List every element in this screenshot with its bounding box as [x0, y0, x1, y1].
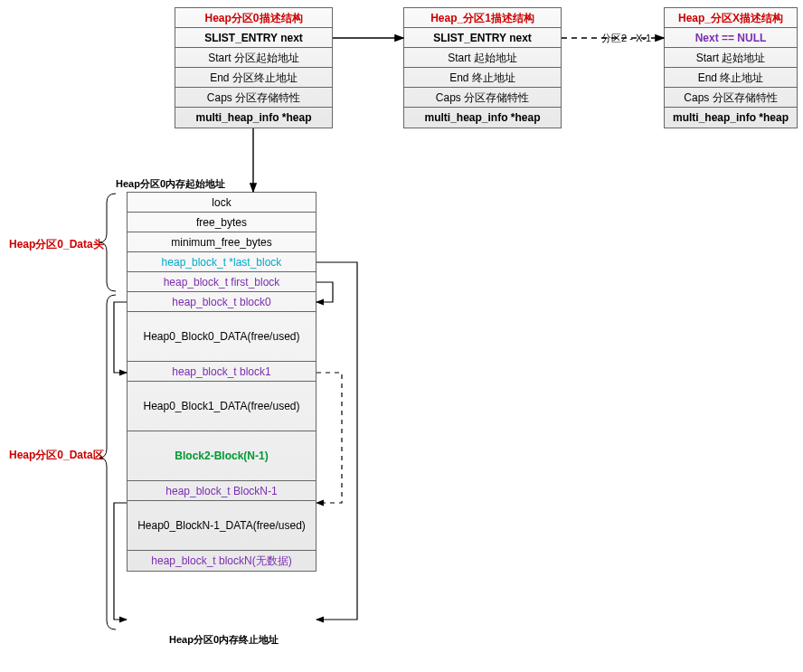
mem-blockn-1-data: Heap0_BlockN-1_DATA(free/used)	[128, 501, 316, 551]
heap1-descriptor: Heap_分区1描述结构 SLIST_ENTRY next Start 起始地址…	[403, 7, 562, 128]
heap0-descriptor: Heap分区0描述结构 SLIST_ENTRY next Start 分区起始地…	[175, 7, 333, 128]
mem-blockn-1: heap_block_t BlockN-1	[128, 481, 316, 501]
mem-block1-data: Heap0_Block1_DATA(free/used)	[128, 382, 316, 431]
heapx-row-next: Next == NULL	[665, 28, 797, 48]
heapx-row-caps: Caps 分区存储特性	[665, 88, 797, 108]
mem-block-range: Block2-Block(N-1)	[128, 431, 316, 481]
heap0-row-next: SLIST_ENTRY next	[175, 28, 332, 48]
mem-free-bytes: free_bytes	[128, 213, 316, 232]
heap0-row-caps: Caps 分区存储特性	[175, 88, 332, 108]
mem-block0: heap_block_t block0	[128, 292, 316, 312]
heapx-row-end: End 终止地址	[665, 68, 797, 88]
mem-block0-data: Heap0_Block0_DATA(free/used)	[128, 312, 316, 362]
heapx-title: Heap_分区X描述结构	[665, 8, 797, 28]
heapx-descriptor: Heap_分区X描述结构 Next == NULL Start 起始地址 End…	[664, 7, 798, 128]
data-head-label: Heap分区0_Data头	[9, 237, 104, 252]
mem-lock: lock	[128, 193, 316, 213]
mem-first-block: heap_block_t first_block	[128, 272, 316, 292]
heap0-title: Heap分区0描述结构	[175, 8, 332, 28]
mem-block1: heap_block_t block1	[128, 362, 316, 382]
heap1-row-next: SLIST_ENTRY next	[404, 28, 561, 48]
heap0-row-end: End 分区终止地址	[175, 68, 332, 88]
data-area-label: Heap分区0_Data区	[9, 448, 104, 463]
heap0-memory-layout: lock free_bytes minimum_free_bytes heap_…	[127, 192, 316, 572]
mem-last-block: heap_block_t *last_block	[128, 252, 316, 272]
heap1-row-heap: multi_heap_info *heap	[404, 108, 561, 128]
heap0-row-heap: multi_heap_info *heap	[175, 108, 332, 128]
heap1-title: Heap_分区1描述结构	[404, 8, 561, 28]
gap-label: 分区2 - X-1	[601, 32, 651, 45]
mem-end-label: Heap分区0内存终止地址	[169, 633, 279, 647]
mem-start-label: Heap分区0内存起始地址	[116, 177, 225, 191]
heap1-row-start: Start 起始地址	[404, 48, 561, 68]
mem-min-free-bytes: minimum_free_bytes	[128, 232, 316, 252]
heap1-row-caps: Caps 分区存储特性	[404, 88, 561, 108]
mem-blockn: heap_block_t blockN(无数据)	[128, 551, 316, 571]
heapx-row-heap: multi_heap_info *heap	[665, 108, 797, 128]
heapx-row-start: Start 起始地址	[665, 48, 797, 68]
heap1-row-end: End 终止地址	[404, 68, 561, 88]
heap0-row-start: Start 分区起始地址	[175, 48, 332, 68]
